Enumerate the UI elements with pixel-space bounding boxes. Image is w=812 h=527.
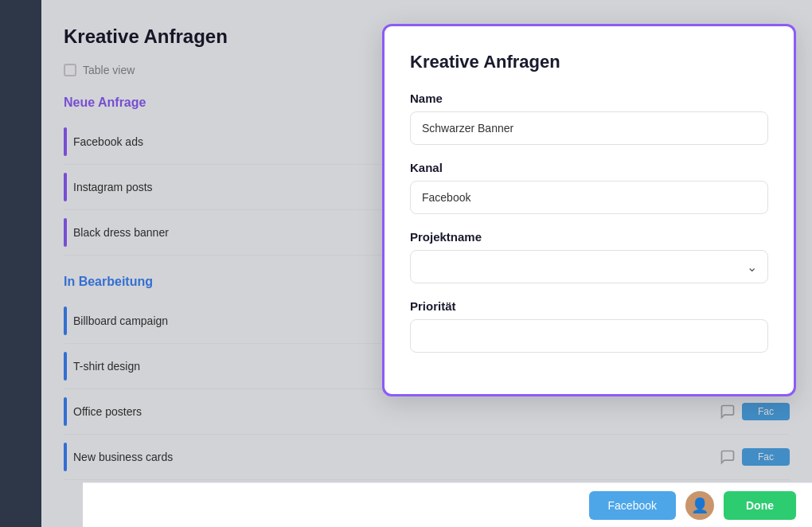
form-field-name: Name	[410, 92, 768, 145]
modal-overlay: Kreative Anfragen Name Kanal Projektname…	[41, 0, 812, 527]
main-content: Kreative Anfragen Table view Neue Anfrag…	[41, 0, 812, 527]
avatar: 👤	[685, 491, 714, 520]
form-field-projektname: Projektname ⌄	[410, 230, 768, 283]
form-label-projektname: Projektname	[410, 230, 768, 244]
modal-title: Kreative Anfragen	[410, 52, 768, 72]
form-label-kanal: Kanal	[410, 161, 768, 174]
done-button[interactable]: Done	[724, 491, 796, 520]
form-label-name: Name	[410, 92, 768, 105]
modal-dialog: Kreative Anfragen Name Kanal Projektname…	[382, 24, 796, 396]
bottom-bar: Facebook 👤 Done	[83, 482, 812, 527]
sidebar	[0, 0, 41, 527]
form-field-prioritat: Priorität	[410, 299, 768, 353]
form-field-kanal: Kanal	[410, 161, 768, 214]
name-input[interactable]	[410, 111, 768, 145]
form-label-prioritat: Priorität	[410, 299, 768, 313]
projektname-select-wrapper: ⌄	[410, 250, 768, 283]
projektname-select[interactable]	[410, 250, 768, 283]
kanal-input[interactable]	[410, 181, 768, 214]
facebook-button[interactable]: Facebook	[589, 491, 676, 520]
prioritat-input[interactable]	[410, 319, 768, 353]
